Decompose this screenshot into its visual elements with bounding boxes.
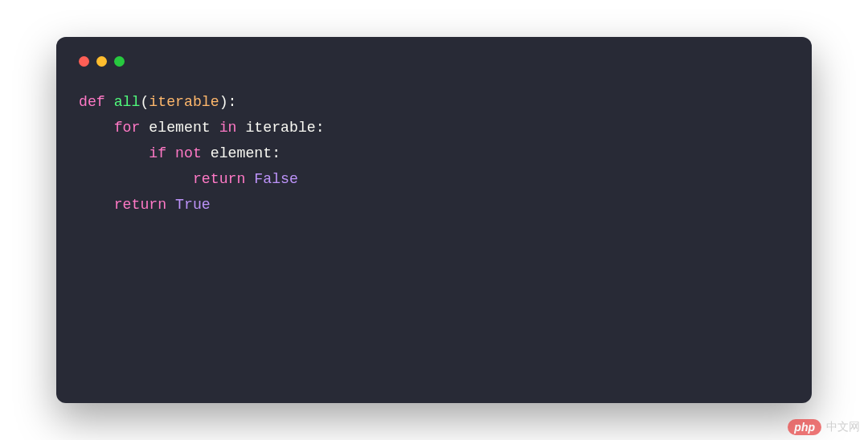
keyword-not: not	[175, 145, 202, 161]
code-block: def all(iterable): for element in iterab…	[79, 89, 789, 218]
code-window: def all(iterable): for element in iterab…	[56, 37, 812, 403]
variable-iterable: iterable	[245, 120, 315, 136]
maximize-icon[interactable]	[114, 56, 125, 67]
variable-element: element	[211, 145, 272, 161]
keyword-def: def	[79, 94, 105, 110]
close-icon[interactable]	[79, 56, 89, 67]
window-controls	[79, 56, 789, 67]
keyword-for: for	[114, 120, 141, 136]
colon: :	[316, 120, 325, 136]
function-name: all	[114, 94, 141, 110]
watermark-text: 中文网	[826, 420, 860, 434]
keyword-in: in	[219, 120, 237, 136]
keyword-if: if	[149, 145, 166, 161]
colon: :	[272, 145, 280, 161]
php-badge-icon: php	[788, 419, 821, 435]
minimize-icon[interactable]	[96, 56, 107, 67]
constant-true: True	[175, 197, 211, 213]
paren-close: ):	[219, 94, 237, 110]
paren-open: (	[140, 94, 149, 110]
constant-false: False	[254, 171, 298, 187]
keyword-return: return	[193, 171, 246, 187]
watermark: php 中文网	[788, 419, 860, 435]
parameter: iterable	[149, 94, 219, 110]
keyword-return: return	[114, 197, 167, 213]
variable-element: element	[149, 120, 210, 136]
